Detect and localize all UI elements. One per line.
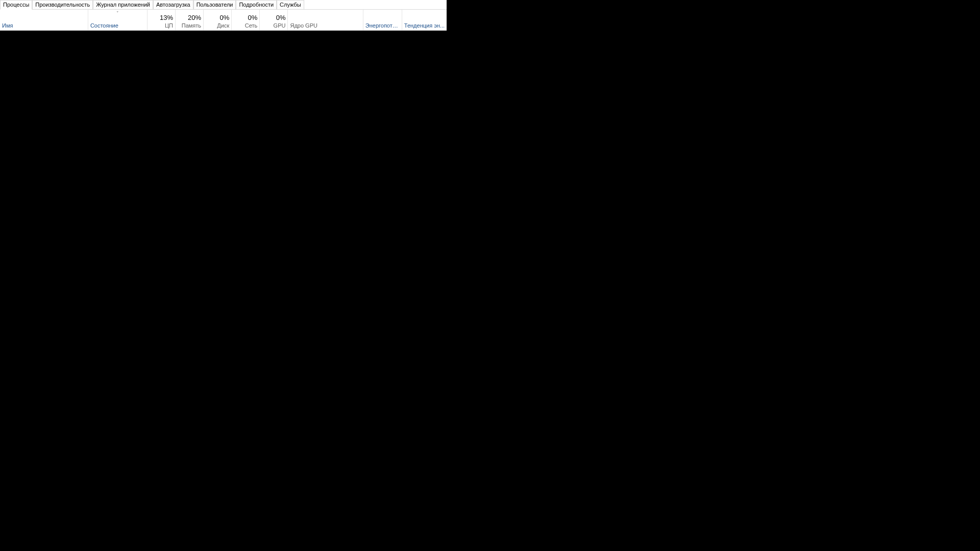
column-header-disk[interactable]: 0% Диск: [204, 10, 232, 30]
tab-app-history[interactable]: Журнал приложений: [93, 0, 153, 9]
column-header-gpu-core[interactable]: Ядро GPU: [288, 10, 363, 30]
column-header-network[interactable]: 0% Сеть: [232, 10, 260, 30]
column-label-name: Имя: [2, 22, 86, 29]
column-headers: Имя ˅ Состояние 13% ЦП 20% Память 0% Дис…: [0, 10, 447, 31]
column-header-state[interactable]: ˅ Состояние: [88, 10, 148, 30]
column-value-network: 0%: [234, 14, 257, 22]
column-value-disk: 0%: [206, 14, 229, 22]
column-label-power: Энергопотре...: [365, 22, 400, 29]
task-manager-window: Процессы Производительность Журнал прило…: [0, 0, 447, 31]
column-label-gpu: GPU: [262, 22, 285, 29]
column-label-memory: Память: [178, 22, 201, 29]
tab-performance[interactable]: Производительность: [32, 0, 93, 9]
column-header-cpu[interactable]: 13% ЦП: [148, 10, 176, 30]
column-label-gpu-core: Ядро GPU: [290, 22, 360, 29]
column-header-power[interactable]: Энергопотре...: [363, 10, 402, 30]
column-value-gpu: 0%: [262, 14, 285, 22]
column-label-network: Сеть: [234, 22, 257, 29]
tab-users[interactable]: Пользователи: [193, 0, 236, 9]
tab-startup[interactable]: Автозагрузка: [153, 0, 193, 9]
column-header-power-trend[interactable]: Тенденция эн...: [402, 10, 447, 30]
chevron-down-icon: ˅: [116, 11, 119, 16]
column-label-state: Состояние: [90, 22, 145, 29]
tab-details[interactable]: Подробности: [236, 0, 277, 9]
column-label-cpu: ЦП: [150, 22, 173, 29]
column-label-disk: Диск: [206, 22, 229, 29]
column-value-memory: 20%: [178, 14, 201, 22]
column-header-name[interactable]: Имя: [0, 10, 88, 30]
tab-processes[interactable]: Процессы: [0, 0, 32, 10]
tab-bar: Процессы Производительность Журнал прило…: [0, 0, 447, 10]
column-value-cpu: 13%: [150, 14, 173, 22]
column-label-power-trend: Тенденция эн...: [404, 22, 445, 29]
column-header-memory[interactable]: 20% Память: [176, 10, 204, 30]
tab-services[interactable]: Службы: [277, 0, 304, 9]
column-header-gpu[interactable]: 0% GPU: [260, 10, 288, 30]
